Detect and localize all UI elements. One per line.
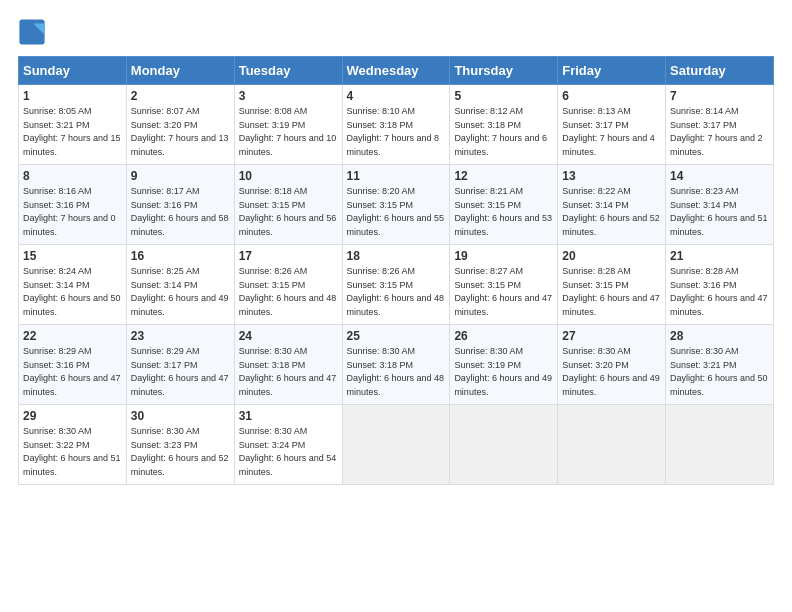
day-cell: 4 Sunrise: 8:10 AM Sunset: 3:18 PM Dayli… — [342, 85, 450, 165]
day-info: Sunrise: 8:08 AM Sunset: 3:19 PM Dayligh… — [239, 105, 338, 159]
day-number: 24 — [239, 329, 338, 343]
day-info: Sunrise: 8:10 AM Sunset: 3:18 PM Dayligh… — [347, 105, 446, 159]
day-number: 31 — [239, 409, 338, 423]
day-cell: 5 Sunrise: 8:12 AM Sunset: 3:18 PM Dayli… — [450, 85, 558, 165]
day-info: Sunrise: 8:18 AM Sunset: 3:15 PM Dayligh… — [239, 185, 338, 239]
day-info: Sunrise: 8:30 AM Sunset: 3:21 PM Dayligh… — [670, 345, 769, 399]
day-cell: 20 Sunrise: 8:28 AM Sunset: 3:15 PM Dayl… — [558, 245, 666, 325]
day-cell: 6 Sunrise: 8:13 AM Sunset: 3:17 PM Dayli… — [558, 85, 666, 165]
day-number: 17 — [239, 249, 338, 263]
day-number: 3 — [239, 89, 338, 103]
day-number: 6 — [562, 89, 661, 103]
day-cell: 28 Sunrise: 8:30 AM Sunset: 3:21 PM Dayl… — [666, 325, 774, 405]
day-number: 7 — [670, 89, 769, 103]
day-cell: 24 Sunrise: 8:30 AM Sunset: 3:18 PM Dayl… — [234, 325, 342, 405]
day-number: 26 — [454, 329, 553, 343]
day-cell: 19 Sunrise: 8:27 AM Sunset: 3:15 PM Dayl… — [450, 245, 558, 325]
page: SundayMondayTuesdayWednesdayThursdayFrid… — [0, 0, 792, 612]
day-cell: 14 Sunrise: 8:23 AM Sunset: 3:14 PM Dayl… — [666, 165, 774, 245]
day-cell: 12 Sunrise: 8:21 AM Sunset: 3:15 PM Dayl… — [450, 165, 558, 245]
day-info: Sunrise: 8:25 AM Sunset: 3:14 PM Dayligh… — [131, 265, 230, 319]
day-number: 5 — [454, 89, 553, 103]
day-info: Sunrise: 8:22 AM Sunset: 3:14 PM Dayligh… — [562, 185, 661, 239]
day-info: Sunrise: 8:29 AM Sunset: 3:16 PM Dayligh… — [23, 345, 122, 399]
day-info: Sunrise: 8:30 AM Sunset: 3:18 PM Dayligh… — [239, 345, 338, 399]
day-number: 19 — [454, 249, 553, 263]
day-cell: 2 Sunrise: 8:07 AM Sunset: 3:20 PM Dayli… — [126, 85, 234, 165]
day-cell: 31 Sunrise: 8:30 AM Sunset: 3:24 PM Dayl… — [234, 405, 342, 485]
day-info: Sunrise: 8:17 AM Sunset: 3:16 PM Dayligh… — [131, 185, 230, 239]
day-cell: 8 Sunrise: 8:16 AM Sunset: 3:16 PM Dayli… — [19, 165, 127, 245]
day-number: 30 — [131, 409, 230, 423]
day-info: Sunrise: 8:23 AM Sunset: 3:14 PM Dayligh… — [670, 185, 769, 239]
day-number: 18 — [347, 249, 446, 263]
logo-icon — [18, 18, 46, 46]
week-row-4: 22 Sunrise: 8:29 AM Sunset: 3:16 PM Dayl… — [19, 325, 774, 405]
day-info: Sunrise: 8:30 AM Sunset: 3:23 PM Dayligh… — [131, 425, 230, 479]
day-number: 13 — [562, 169, 661, 183]
day-number: 15 — [23, 249, 122, 263]
calendar-table: SundayMondayTuesdayWednesdayThursdayFrid… — [18, 56, 774, 485]
day-info: Sunrise: 8:13 AM Sunset: 3:17 PM Dayligh… — [562, 105, 661, 159]
day-cell: 27 Sunrise: 8:30 AM Sunset: 3:20 PM Dayl… — [558, 325, 666, 405]
day-info: Sunrise: 8:30 AM Sunset: 3:18 PM Dayligh… — [347, 345, 446, 399]
col-header-monday: Monday — [126, 57, 234, 85]
day-info: Sunrise: 8:12 AM Sunset: 3:18 PM Dayligh… — [454, 105, 553, 159]
day-number: 22 — [23, 329, 122, 343]
day-cell: 30 Sunrise: 8:30 AM Sunset: 3:23 PM Dayl… — [126, 405, 234, 485]
day-cell: 7 Sunrise: 8:14 AM Sunset: 3:17 PM Dayli… — [666, 85, 774, 165]
day-cell — [450, 405, 558, 485]
day-cell: 17 Sunrise: 8:26 AM Sunset: 3:15 PM Dayl… — [234, 245, 342, 325]
day-number: 27 — [562, 329, 661, 343]
day-cell — [558, 405, 666, 485]
day-info: Sunrise: 8:21 AM Sunset: 3:15 PM Dayligh… — [454, 185, 553, 239]
day-number: 25 — [347, 329, 446, 343]
week-row-2: 8 Sunrise: 8:16 AM Sunset: 3:16 PM Dayli… — [19, 165, 774, 245]
col-header-thursday: Thursday — [450, 57, 558, 85]
day-cell: 3 Sunrise: 8:08 AM Sunset: 3:19 PM Dayli… — [234, 85, 342, 165]
col-header-tuesday: Tuesday — [234, 57, 342, 85]
day-info: Sunrise: 8:26 AM Sunset: 3:15 PM Dayligh… — [239, 265, 338, 319]
day-number: 16 — [131, 249, 230, 263]
day-cell: 23 Sunrise: 8:29 AM Sunset: 3:17 PM Dayl… — [126, 325, 234, 405]
day-info: Sunrise: 8:30 AM Sunset: 3:22 PM Dayligh… — [23, 425, 122, 479]
day-number: 2 — [131, 89, 230, 103]
day-number: 29 — [23, 409, 122, 423]
day-info: Sunrise: 8:27 AM Sunset: 3:15 PM Dayligh… — [454, 265, 553, 319]
day-number: 12 — [454, 169, 553, 183]
day-cell: 29 Sunrise: 8:30 AM Sunset: 3:22 PM Dayl… — [19, 405, 127, 485]
day-info: Sunrise: 8:30 AM Sunset: 3:19 PM Dayligh… — [454, 345, 553, 399]
svg-rect-0 — [19, 19, 44, 44]
header-row: SundayMondayTuesdayWednesdayThursdayFrid… — [19, 57, 774, 85]
day-info: Sunrise: 8:16 AM Sunset: 3:16 PM Dayligh… — [23, 185, 122, 239]
day-info: Sunrise: 8:30 AM Sunset: 3:24 PM Dayligh… — [239, 425, 338, 479]
week-row-3: 15 Sunrise: 8:24 AM Sunset: 3:14 PM Dayl… — [19, 245, 774, 325]
day-cell: 11 Sunrise: 8:20 AM Sunset: 3:15 PM Dayl… — [342, 165, 450, 245]
day-cell: 15 Sunrise: 8:24 AM Sunset: 3:14 PM Dayl… — [19, 245, 127, 325]
day-number: 28 — [670, 329, 769, 343]
day-info: Sunrise: 8:26 AM Sunset: 3:15 PM Dayligh… — [347, 265, 446, 319]
day-info: Sunrise: 8:28 AM Sunset: 3:16 PM Dayligh… — [670, 265, 769, 319]
day-cell: 1 Sunrise: 8:05 AM Sunset: 3:21 PM Dayli… — [19, 85, 127, 165]
day-number: 4 — [347, 89, 446, 103]
day-number: 21 — [670, 249, 769, 263]
day-info: Sunrise: 8:30 AM Sunset: 3:20 PM Dayligh… — [562, 345, 661, 399]
day-cell: 26 Sunrise: 8:30 AM Sunset: 3:19 PM Dayl… — [450, 325, 558, 405]
col-header-friday: Friday — [558, 57, 666, 85]
col-header-saturday: Saturday — [666, 57, 774, 85]
day-number: 10 — [239, 169, 338, 183]
day-info: Sunrise: 8:05 AM Sunset: 3:21 PM Dayligh… — [23, 105, 122, 159]
day-cell: 21 Sunrise: 8:28 AM Sunset: 3:16 PM Dayl… — [666, 245, 774, 325]
day-cell: 9 Sunrise: 8:17 AM Sunset: 3:16 PM Dayli… — [126, 165, 234, 245]
day-number: 20 — [562, 249, 661, 263]
week-row-1: 1 Sunrise: 8:05 AM Sunset: 3:21 PM Dayli… — [19, 85, 774, 165]
day-cell: 25 Sunrise: 8:30 AM Sunset: 3:18 PM Dayl… — [342, 325, 450, 405]
week-row-5: 29 Sunrise: 8:30 AM Sunset: 3:22 PM Dayl… — [19, 405, 774, 485]
day-number: 14 — [670, 169, 769, 183]
day-info: Sunrise: 8:07 AM Sunset: 3:20 PM Dayligh… — [131, 105, 230, 159]
day-cell: 22 Sunrise: 8:29 AM Sunset: 3:16 PM Dayl… — [19, 325, 127, 405]
day-number: 23 — [131, 329, 230, 343]
day-number: 11 — [347, 169, 446, 183]
day-cell: 16 Sunrise: 8:25 AM Sunset: 3:14 PM Dayl… — [126, 245, 234, 325]
col-header-sunday: Sunday — [19, 57, 127, 85]
